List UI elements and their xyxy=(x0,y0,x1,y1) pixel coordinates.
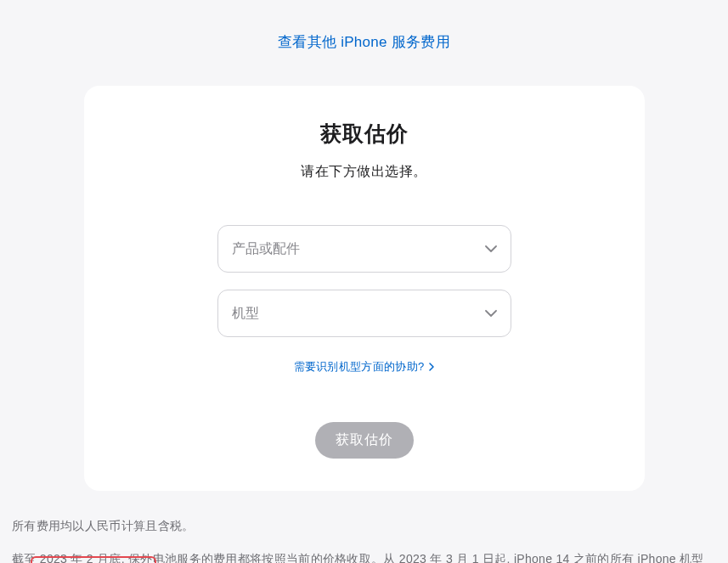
footer-line-2: 截至 2023 年 2 月底, 保外电池服务的费用都将按照当前的价格收取。从 2… xyxy=(12,548,716,563)
footer-line-1: 所有费用均以人民币计算且含税。 xyxy=(12,515,716,538)
card-subtitle: 请在下方做出选择。 xyxy=(84,163,645,181)
estimate-card: 获取估价 请在下方做出选择。 产品或配件 机型 需要识别机型方面的协助? xyxy=(84,86,645,491)
get-estimate-button[interactable]: 获取估价 xyxy=(315,422,414,459)
model-select[interactable]: 机型 xyxy=(217,290,511,337)
model-select-wrapper: 机型 xyxy=(217,290,511,337)
chevron-right-icon xyxy=(429,363,434,371)
top-link-container: 查看其他 iPhone 服务费用 xyxy=(8,0,720,86)
product-select[interactable]: 产品或配件 xyxy=(217,225,511,273)
model-select-placeholder: 机型 xyxy=(232,305,259,323)
product-select-placeholder: 产品或配件 xyxy=(232,240,300,258)
help-link[interactable]: 需要识别机型方面的协助? xyxy=(294,359,435,374)
help-link-text: 需要识别机型方面的协助? xyxy=(294,359,425,374)
chevron-down-icon xyxy=(485,310,497,317)
card-title: 获取估价 xyxy=(84,120,645,148)
other-services-link[interactable]: 查看其他 iPhone 服务费用 xyxy=(278,34,450,50)
footer-text: 所有费用均以人民币计算且含税。 截至 2023 年 2 月底, 保外电池服务的费… xyxy=(8,491,720,563)
footer-line-2-part1: 截至 2023 年 2 月底, 保外电池服务的费用都将按照当前的价格收取。从 2… xyxy=(12,552,704,563)
chevron-down-icon xyxy=(485,245,497,252)
product-select-wrapper: 产品或配件 xyxy=(217,225,511,273)
